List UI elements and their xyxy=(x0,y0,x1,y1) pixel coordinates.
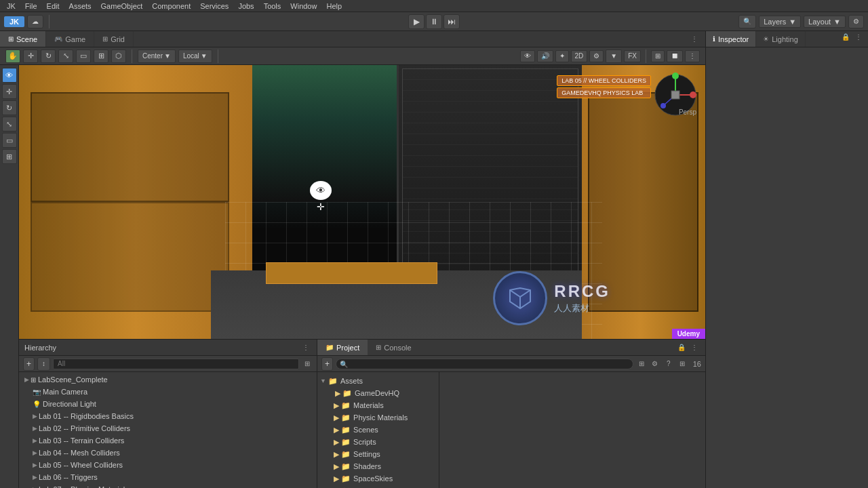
layout-dropdown[interactable]: Layout ▼ xyxy=(804,16,846,28)
gizmos-tool[interactable]: ⚙ xyxy=(589,50,604,62)
tab-game[interactable]: 🎮 Game xyxy=(46,31,94,47)
tree-physic-materials[interactable]: ▶ 📁 Physic Materials xyxy=(317,411,439,424)
snap-tool[interactable]: 🔲 xyxy=(667,50,683,62)
cloud-button[interactable]: ☁ xyxy=(27,15,43,28)
tree-materials[interactable]: ▶ 📁 Materials xyxy=(317,399,439,411)
tab-console[interactable]: ⊞ Console xyxy=(368,340,419,355)
tab-lighting[interactable]: ☀ Lighting xyxy=(756,31,806,47)
local-dropdown[interactable]: Local ▼ xyxy=(178,49,212,63)
menu-file[interactable]: File xyxy=(21,2,41,10)
project-add-btn[interactable]: + xyxy=(321,357,333,371)
project-icon-btn-3[interactable]: ? xyxy=(663,359,674,369)
menu-assets[interactable]: Assets xyxy=(65,2,96,10)
pause-button[interactable]: ⏸ xyxy=(426,14,442,29)
tree-settings[interactable]: ▶ 📁 Settings xyxy=(317,448,439,460)
hierarchy-item-8[interactable]: ▶ Lab 07 -- Physics Materials xyxy=(19,483,317,488)
sidebar-move-tool[interactable]: ✛ xyxy=(2,84,17,99)
menu-window[interactable]: Window xyxy=(286,2,321,10)
audio-tool[interactable]: 🔊 xyxy=(537,50,553,62)
fx-tool[interactable]: FX xyxy=(624,50,641,62)
project-search-input[interactable] xyxy=(336,359,633,369)
more-tool[interactable]: ⋮ xyxy=(685,50,700,62)
shaders-label: Shaders xyxy=(353,462,381,470)
project-icon-btn-1[interactable]: ⊞ xyxy=(636,359,647,369)
sidebar-eye-tool[interactable]: 👁 xyxy=(2,68,17,83)
tree-assets[interactable]: ▼ 📁 Assets xyxy=(317,375,439,387)
scripts-label: Scripts xyxy=(353,438,376,446)
menu-services[interactable]: Services xyxy=(196,2,233,10)
menu-component[interactable]: Component xyxy=(148,2,195,10)
scene-options-icon[interactable]: ⋮ xyxy=(689,34,700,45)
project-lock-icon[interactable]: 🔒 xyxy=(676,342,687,353)
hierarchy-add-btn[interactable]: + xyxy=(23,357,35,371)
arrow-2: ▶ xyxy=(33,413,37,420)
inspector-lock-icon[interactable]: 🔒 xyxy=(840,31,851,42)
sidebar-rotate-tool[interactable]: ↻ xyxy=(2,100,17,115)
tab-scene[interactable]: ⊞ Scene xyxy=(0,31,46,47)
sidebar-rect-tool[interactable]: ▭ xyxy=(2,133,17,148)
grid-toggle[interactable]: ⊞ xyxy=(651,50,665,62)
ss-label: SpaceSkies xyxy=(353,474,393,483)
hierarchy-header: Hierarchy ⋮ xyxy=(19,340,317,356)
rotate-tool[interactable]: ↻ xyxy=(41,49,56,63)
tree-gamedevhq[interactable]: ▶ 📁 GameDevHQ xyxy=(317,387,439,399)
step-button[interactable]: ⏭ xyxy=(443,14,460,29)
project-icon-btn-2[interactable]: ⚙ xyxy=(650,359,660,369)
menu-tools[interactable]: Tools xyxy=(260,2,285,10)
hierarchy-root[interactable]: ▶ ⊞ LabScene_Complete xyxy=(19,373,317,386)
custom-tool[interactable]: ⬡ xyxy=(111,49,126,63)
hierarchy-filter-btn[interactable]: ⊞ xyxy=(302,359,313,369)
sidebar-grid-tool[interactable]: ⊞ xyxy=(2,149,17,164)
gamedevhq-label: GameDevHQ xyxy=(355,389,399,397)
physic-mat-icon: ▶ 📁 xyxy=(334,413,351,422)
project-icon-btn-4[interactable]: ⊞ xyxy=(677,359,688,369)
move-tool[interactable]: ✛ xyxy=(23,49,38,63)
center-dropdown[interactable]: Center ▼ xyxy=(138,49,176,63)
scene-view[interactable]: 👁 ✛ LAB 05 // WHEEL COLLIDERS GAMEDEVHQ … xyxy=(19,65,705,339)
hierarchy-item-5[interactable]: ▶ Lab 04 -- Mesh Colliders xyxy=(19,447,317,459)
tree-spaceskies[interactable]: ▶ 📁 SpaceSkies xyxy=(317,472,439,485)
menu-jobs[interactable]: Jobs xyxy=(234,2,258,10)
hierarchy-item-6[interactable]: ▶ Lab 05 -- Wheel Colliders xyxy=(19,459,317,471)
search-button[interactable]: 🔍 xyxy=(738,15,756,28)
tab-grid[interactable]: ⊞ Grid xyxy=(94,31,134,47)
tree-scenes[interactable]: ▶ 📁 Scenes xyxy=(317,424,439,436)
effect-tool[interactable]: ✦ xyxy=(555,50,569,62)
scale-tool[interactable]: ⤡ xyxy=(58,49,73,63)
tree-terrain[interactable]: ▶ 📁 Terrain xyxy=(317,485,439,488)
menu-jk[interactable]: JK xyxy=(3,2,20,10)
hierarchy-options[interactable]: ⋮ xyxy=(300,342,311,353)
hierarchy-sort-btn[interactable]: ↕ xyxy=(37,357,50,371)
shading-tool[interactable]: 2D xyxy=(571,50,588,62)
hierarchy-search[interactable] xyxy=(53,359,299,369)
menu-help[interactable]: Help xyxy=(322,2,346,10)
wall-panel-1 xyxy=(31,92,229,202)
play-button[interactable]: ▶ xyxy=(408,14,425,29)
menu-gameobject[interactable]: GameObject xyxy=(97,2,147,10)
visibility-tool[interactable]: 👁 xyxy=(520,50,535,62)
hand-tool[interactable]: ✋ xyxy=(5,49,20,63)
transform-tool[interactable]: ⊞ xyxy=(94,49,108,63)
hierarchy-item-4[interactable]: ▶ Lab 03 -- Terrain Colliders xyxy=(19,434,317,447)
settings-button[interactable]: ⚙ xyxy=(848,15,864,28)
tree-scripts[interactable]: ▶ 📁 Scripts xyxy=(317,436,439,448)
inspector-options-icon[interactable]: ⋮ xyxy=(853,31,864,42)
tab-inspector[interactable]: ℹ Inspector xyxy=(706,31,756,47)
hierarchy-item-7[interactable]: ▶ Lab 06 -- Triggers xyxy=(19,471,317,483)
layers-dropdown[interactable]: Layers ▼ xyxy=(759,16,801,28)
rect-tool[interactable]: ▭ xyxy=(76,49,91,63)
project-options-icon[interactable]: ⋮ xyxy=(689,342,700,353)
menu-edit[interactable]: Edit xyxy=(43,2,64,10)
orange-platform xyxy=(266,262,437,284)
sidebar-scale-tool[interactable]: ⤡ xyxy=(2,117,17,131)
tree-shaders[interactable]: ▶ 📁 Shaders xyxy=(317,460,439,472)
gizmo-widget[interactable]: Persp xyxy=(651,70,700,119)
hierarchy-item-3[interactable]: ▶ Lab 02 -- Primitive Colliders xyxy=(19,422,317,434)
view-tabs: ⊞ Scene 🎮 Game ⊞ Grid ⋮ xyxy=(0,31,705,47)
hierarchy-item-2[interactable]: ▶ Lab 01 -- Rigidbodies Basics xyxy=(19,410,317,422)
hierarchy-item-0[interactable]: 📷 Main Camera xyxy=(19,386,317,398)
shading-dropdown[interactable]: ▼ xyxy=(606,49,622,63)
hierarchy-item-1[interactable]: 💡 Directional Light xyxy=(19,398,317,410)
item-label-4: Lab 03 -- Terrain Colliders xyxy=(39,436,124,445)
tab-project[interactable]: 📁 Project xyxy=(317,340,368,355)
